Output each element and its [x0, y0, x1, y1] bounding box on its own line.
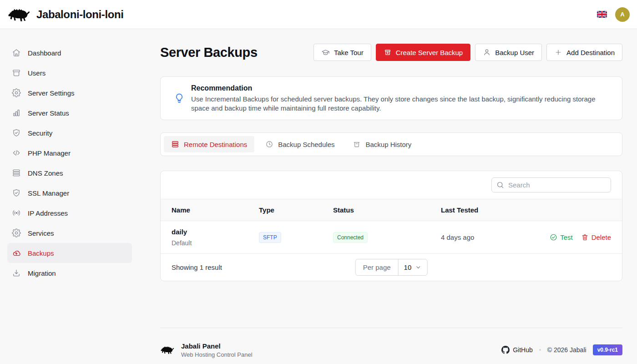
- footer-tagline: Web Hosting Control Panel: [181, 351, 253, 358]
- delete-button[interactable]: Delete: [581, 233, 611, 241]
- sidebar-item-label: IP Addresses: [28, 209, 68, 217]
- footer-brand-name: Jabali Panel: [181, 342, 253, 350]
- sidebar-item-users[interactable]: Users: [7, 63, 132, 83]
- sidebar-item-label: Services: [28, 229, 54, 237]
- archive-box-icon: [12, 68, 21, 77]
- gear-icon: [12, 88, 21, 97]
- results-count: Showing 1 result: [172, 263, 222, 271]
- column-header-name: Name: [161, 199, 259, 221]
- column-header-type: Type: [259, 199, 333, 221]
- table-header-row: Name Type Status Last Tested: [161, 199, 622, 221]
- sidebar-item-server-settings[interactable]: Server Settings: [7, 83, 132, 103]
- check-circle-icon: [550, 233, 557, 241]
- server-stack-icon: [171, 140, 179, 148]
- delete-label: Delete: [592, 233, 611, 241]
- column-header-status: Status: [333, 199, 441, 221]
- test-button[interactable]: Test: [550, 233, 573, 241]
- github-icon: [501, 346, 510, 354]
- archive-tray-icon: [353, 140, 361, 148]
- shield-check-icon: [12, 128, 21, 137]
- chevron-down-icon: [415, 264, 421, 271]
- top-bar: Jabaloni-loni-loni A: [0, 0, 637, 29]
- graduation-cap-icon: [321, 48, 330, 57]
- sidebar-item-ip-addresses[interactable]: IP Addresses: [7, 203, 132, 223]
- backup-tabs: Remote Destinations Backup Schedules Bac…: [160, 132, 622, 156]
- github-label: GitHub: [513, 346, 533, 354]
- tab-label: Backup Schedules: [278, 141, 334, 148]
- add-destination-button[interactable]: Add Destination: [546, 44, 622, 61]
- sidebar-item-label: Security: [28, 129, 52, 137]
- destination-name: daily: [172, 228, 259, 236]
- column-header-last-tested: Last Tested: [441, 199, 556, 221]
- sidebar-item-label: Migration: [28, 269, 56, 277]
- sidebar-item-dns-zones[interactable]: DNS Zones: [7, 163, 132, 183]
- plus-icon: [554, 48, 562, 56]
- language-flag-uk-icon[interactable]: [597, 11, 607, 18]
- sidebar-item-migration[interactable]: Migration: [7, 263, 132, 283]
- take-tour-button[interactable]: Take Tour: [313, 44, 371, 61]
- pagination-bar: Showing 1 result Per page 10: [161, 253, 622, 281]
- sidebar-item-label: Server Status: [28, 109, 69, 117]
- gear-icon: [12, 228, 21, 238]
- copyright-text: © 2026 Jabali: [547, 346, 586, 354]
- tab-label: Backup History: [365, 141, 411, 148]
- home-icon: [12, 48, 21, 57]
- last-tested-value: 4 days ago: [441, 221, 556, 254]
- test-label: Test: [560, 233, 573, 241]
- cloud-upload-icon: [12, 248, 21, 258]
- destination-subtitle: Default: [172, 239, 259, 247]
- page-footer: Jabali Panel Web Hosting Control Panel G…: [160, 328, 622, 364]
- per-page-value: 10: [404, 263, 412, 271]
- backup-user-label: Backup User: [495, 49, 534, 56]
- sidebar-item-dashboard[interactable]: Dashboard: [7, 43, 132, 63]
- clock-icon: [265, 140, 273, 148]
- type-badge: SFTP: [259, 232, 281, 243]
- recommendation-body: Use Incremental Backups for scheduled se…: [191, 95, 601, 113]
- recommendation-banner: Recommendation Use Incremental Backups f…: [160, 76, 622, 120]
- tab-backup-history[interactable]: Backup History: [345, 136, 419, 152]
- app-brand: Jabaloni-loni-loni: [7, 6, 123, 23]
- sidebar-item-backups[interactable]: Backups: [7, 243, 132, 263]
- server-stack-icon: [12, 168, 21, 177]
- broadcast-icon: [12, 208, 21, 217]
- status-badge: Connected: [333, 232, 368, 243]
- sidebar-item-label: Users: [28, 69, 46, 77]
- take-tour-label: Take Tour: [334, 49, 364, 56]
- sidebar-item-php-manager[interactable]: PHP Manager: [7, 143, 132, 163]
- sidebar-item-security[interactable]: Security: [7, 123, 132, 143]
- destinations-table: Name Type Status Last Tested daily Defau…: [161, 199, 622, 253]
- github-link[interactable]: GitHub: [501, 346, 533, 354]
- app-title: Jabaloni-loni-loni: [36, 8, 123, 21]
- backup-user-button[interactable]: Backup User: [475, 44, 542, 61]
- create-server-backup-button[interactable]: Create Server Backup: [376, 44, 471, 61]
- add-destination-label: Add Destination: [566, 49, 615, 56]
- sidebar-item-services[interactable]: Services: [7, 223, 132, 243]
- sidebar-item-label: Server Settings: [28, 89, 75, 97]
- shield-check-icon: [12, 188, 21, 197]
- code-icon: [12, 148, 21, 157]
- tab-label: Remote Destinations: [184, 141, 247, 148]
- sidebar-item-label: SSL Manager: [28, 189, 69, 197]
- archive-down-icon: [384, 48, 392, 56]
- per-page-label: Per page: [356, 259, 399, 275]
- boar-logo-icon: [7, 6, 31, 23]
- tab-backup-schedules[interactable]: Backup Schedules: [258, 136, 342, 152]
- avatar[interactable]: A: [615, 7, 630, 22]
- per-page-select[interactable]: Per page 10: [355, 259, 428, 276]
- destinations-table-card: Name Type Status Last Tested daily Defau…: [160, 171, 622, 281]
- search-input[interactable]: [491, 177, 611, 192]
- search-icon: [496, 181, 505, 189]
- user-icon: [483, 48, 491, 56]
- sidebar-item-label: Backups: [28, 249, 54, 257]
- main-content: Server Backups Take Tour Create Server B…: [146, 29, 637, 364]
- boar-logo-icon: [160, 345, 175, 355]
- sidebar-item-ssl-manager[interactable]: SSL Manager: [7, 183, 132, 203]
- sidebar-item-label: PHP Manager: [28, 149, 71, 157]
- column-header-actions: [556, 199, 622, 221]
- sidebar-item-server-status[interactable]: Server Status: [7, 103, 132, 123]
- recommendation-title: Recommendation: [191, 84, 601, 92]
- table-row: daily Default SFTP Connected 4 days ago …: [161, 221, 622, 254]
- version-badge: v0.9-rc1: [593, 344, 622, 355]
- page-title: Server Backups: [160, 45, 258, 60]
- tab-remote-destinations[interactable]: Remote Destinations: [164, 136, 254, 152]
